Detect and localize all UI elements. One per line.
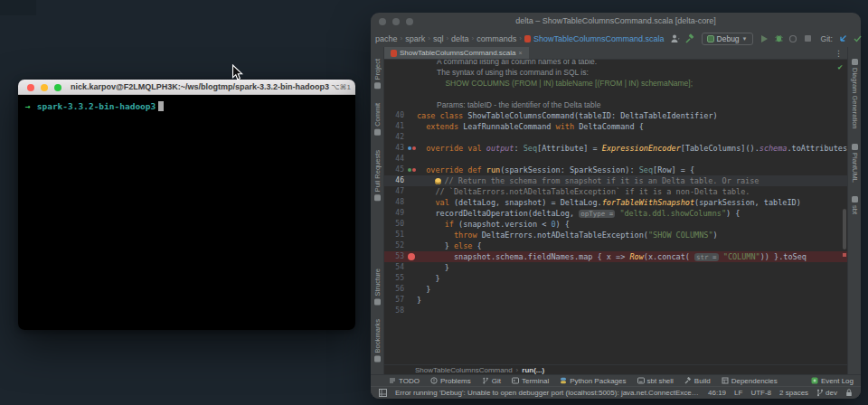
line-number[interactable]: 52 [384,240,406,251]
code-line[interactable]: 48 val (deltaLog, snapshot) = DeltaLog.f… [384,197,847,208]
toolwindow-button-todo[interactable]: TODO [389,377,420,385]
code-line[interactable]: 56 } [384,284,847,295]
line-number[interactable]: 53 [384,251,406,262]
close-button[interactable] [27,84,34,91]
line-number[interactable]: 55 [384,273,406,284]
git-update-icon[interactable] [837,33,849,44]
line-number[interactable]: 58 [384,306,406,316]
stripe-item-sbt[interactable]: sbt [851,196,859,214]
breadcrumb-item[interactable]: commands [476,34,516,43]
line-number[interactable]: 41 [384,121,406,132]
code-line[interactable]: 53 snapshot.schema.fieldNames.map { x =>… [384,251,847,262]
git-branch-indicator[interactable]: dev [816,389,837,397]
code-line[interactable]: 55 } [384,273,847,284]
toolwindow-button-python-packages[interactable]: Python Packages [560,377,626,385]
toolwindow-button-build[interactable]: Build [684,377,711,385]
code-line[interactable]: 44 [384,154,847,165]
terminal-body[interactable]: →spark-3.3.2-bin-hadoop3 [18,95,355,330]
breakpoint-icon[interactable] [406,251,417,262]
line-number[interactable]: 56 [384,284,406,295]
code-line[interactable]: 43 override val output: Seq[Attribute] =… [384,143,847,154]
code-line[interactable]: A command listing all column names of a … [384,60,847,67]
layout-icon[interactable] [379,389,387,397]
breadcrumb-class[interactable]: ShowTableColumnsCommand [415,366,513,374]
code-line[interactable]: 45 override def run(sparkSession: SparkS… [384,165,847,175]
git-commit-icon[interactable] [852,33,863,44]
code-line[interactable]: 46 // Return the schema from snapshot if… [384,175,847,186]
code-line[interactable]: 51 throw DeltaErrors.notADeltaTableExcep… [384,230,847,240]
line-number[interactable]: 51 [384,230,406,240]
stop-button[interactable] [802,33,814,44]
line-number[interactable]: 57 [384,295,406,306]
readonly-lock-icon[interactable] [845,389,853,397]
code-line[interactable]: 54 } [384,262,847,273]
breadcrumb[interactable]: pache›spark›sql›delta›commands [375,34,516,43]
stripe-item-pull-requests[interactable]: Pull Requests [373,150,382,201]
code-line[interactable]: 49 recordDeltaOperation(deltaLog, opType… [384,208,847,219]
breadcrumb-item[interactable]: delta [451,34,469,43]
stripe-item-diagram-generation[interactable]: Diagram Generation [851,59,859,129]
line-number[interactable]: 49 [384,208,406,219]
tab-options-icon[interactable]: ⋮ [830,47,847,59]
toolwindow-button-sbt-shell[interactable]: sbt shell [637,377,674,385]
build-hammer-icon[interactable] [684,33,696,44]
error-stripe-mark[interactable] [843,253,846,257]
toolwindow-button-terminal[interactable]: Terminal [512,377,549,385]
breadcrumb-current-file[interactable]: ShowTableColumnsCommand.scala [524,34,665,43]
zoom-button[interactable] [406,18,413,25]
indent-indicator[interactable]: 2 spaces [779,389,808,397]
line-number[interactable]: 48 [384,197,406,208]
line-ending-indicator[interactable]: LF [734,389,742,397]
ide-titlebar[interactable]: delta – ShowTableColumnsCommand.scala [d… [371,13,861,30]
line-number[interactable]: 45 [384,165,406,175]
line-number[interactable]: 44 [384,154,406,165]
run-button[interactable] [759,33,770,44]
stripe-item-project[interactable]: Project [373,59,382,89]
line-number[interactable]: 43 [384,143,406,154]
override-gutter-icon[interactable] [406,143,417,154]
code-line[interactable]: SHOW COLUMNS (FROM | IN) tableName [(FRO… [384,78,847,89]
toolwindow-button-git[interactable]: Git [482,377,501,385]
line-number[interactable]: 50 [384,219,406,230]
stripe-item-commit[interactable]: Commit [373,103,382,136]
encoding-indicator[interactable]: UTF-8 [750,389,771,397]
terminal-titlebar[interactable]: nick.karpov@F2LMQLPH3K:~/ws/blogtmp/spar… [18,80,355,95]
toolwindow-button-dependencies[interactable]: Dependencies [722,377,778,385]
line-number[interactable]: 54 [384,262,406,273]
code-line[interactable]: Params: tableID - the identifier of the … [384,99,847,110]
terminal-window[interactable]: nick.karpov@F2LMQLPH3K:~/ws/blogtmp/spar… [18,80,355,330]
zoom-button[interactable] [54,84,61,91]
code-line[interactable] [384,89,847,99]
breadcrumb-item[interactable]: sql [433,34,444,43]
line-number[interactable]: 40 [384,110,406,121]
line-number[interactable]: 42 [384,132,406,143]
collaborator-icon[interactable] [670,33,682,44]
code-line[interactable]: 57} [384,295,847,306]
ide-window[interactable]: delta – ShowTableColumnsCommand.scala [d… [371,13,861,399]
intention-bulb-icon[interactable] [435,178,441,184]
code-line[interactable]: 58 [384,306,847,316]
code-line[interactable]: The syntax of using this command in SQL … [384,67,847,78]
line-number[interactable]: 47 [384,186,406,197]
close-button[interactable] [379,18,386,25]
run-configuration-select[interactable]: Debug ▼ [702,33,753,45]
breadcrumb-item[interactable]: spark [405,34,425,43]
minimize-button[interactable] [41,84,48,91]
status-message[interactable]: Error running 'Debug': Unable to open de… [395,389,700,397]
code-line[interactable]: 47 // `DeltaErrors.notADeltaTableExcepti… [384,186,847,197]
coverage-button[interactable] [788,33,799,44]
toolwindow-button-event-log[interactable]: Event Log [811,377,854,385]
inspections-ok-icon[interactable]: ✔ [838,61,843,72]
code-line[interactable]: 40case class ShowTableColumnsCommand(tab… [384,110,847,121]
stripe-item-plantuml[interactable]: PlantUML [851,144,859,183]
caret-position[interactable]: 46:19 [708,389,726,397]
debug-button[interactable] [773,33,785,44]
code-line[interactable]: 42 [384,132,847,143]
minimize-button[interactable] [392,18,400,25]
code-line[interactable]: 50 if (snapshot.version < 0) { [384,219,847,230]
line-number[interactable]: 46 [384,175,406,186]
stripe-item-bookmarks[interactable]: Bookmarks [373,319,382,363]
override-gutter-icon[interactable] [406,165,417,175]
code-line[interactable]: 52 } else { [384,240,847,251]
close-icon[interactable]: × [519,50,523,56]
